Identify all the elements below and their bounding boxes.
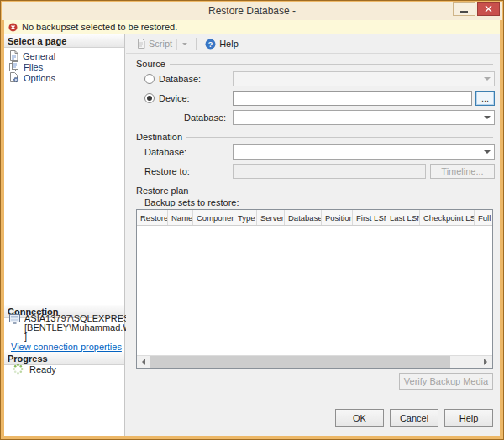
source-group-header: Source: [136, 58, 493, 69]
window-controls: [453, 2, 500, 16]
destination-database-combobox-arrow[interactable]: [480, 145, 494, 159]
scrollbar-thumb[interactable]: [150, 356, 450, 368]
timeline-button[interactable]: Timeline...: [430, 164, 495, 179]
message-bar-text: No backupset selected to be restored.: [22, 22, 177, 32]
message-bar: No backupset selected to be restored.: [4, 20, 500, 34]
column-header-type[interactable]: Type: [234, 210, 257, 225]
script-split-divider: [176, 39, 177, 50]
source-device-radio-row: Device:: [144, 91, 190, 106]
backup-sets-grid: Restore Name Component Type Server Datab…: [136, 209, 493, 369]
verify-backup-media-label: Verify Backup Media: [404, 376, 488, 386]
script-dropdown-caret[interactable]: [182, 43, 187, 45]
scrollbar-track[interactable]: [150, 356, 479, 368]
titlebar[interactable]: Restore Database -: [2, 2, 502, 20]
help-button[interactable]: Help: [444, 409, 493, 427]
destination-group-line: [186, 137, 493, 138]
backup-sets-grid-body: [137, 226, 492, 355]
select-a-page-header: Select a page: [4, 34, 124, 48]
device-database-combobox[interactable]: [233, 110, 495, 125]
server-icon: [9, 314, 21, 325]
device-database-combobox-arrow[interactable]: [480, 111, 494, 124]
destination-group-label: Destination: [136, 132, 182, 142]
restore-to-label-row: Restore to:: [144, 164, 190, 179]
column-header-position[interactable]: Position: [322, 210, 353, 225]
ok-button[interactable]: OK: [335, 409, 384, 427]
source-group-line: [170, 64, 493, 65]
source-database-radio[interactable]: [144, 74, 155, 84]
cancel-button-label: Cancel: [400, 413, 428, 423]
source-group-label: Source: [136, 59, 165, 69]
files-page-icon: [9, 61, 19, 72]
scroll-right-button[interactable]: [479, 356, 492, 368]
script-icon: [137, 39, 145, 49]
view-connection-properties-link[interactable]: View connection properties: [11, 342, 122, 352]
source-database-radio-label: Database:: [159, 74, 201, 84]
column-header-full-lsn[interactable]: Full LSN: [475, 210, 492, 225]
restore-to-textbox-wrap: [233, 164, 426, 179]
timeline-button-label: Timeline...: [441, 166, 483, 176]
column-header-name[interactable]: Name: [168, 210, 193, 225]
sidebar-item-general[interactable]: General: [9, 50, 55, 61]
restore-plan-group-label: Restore plan: [136, 186, 188, 196]
device-database-label: Database:: [184, 113, 226, 123]
help-toolbar-button[interactable]: ? Help: [201, 35, 243, 52]
toolbar: Script ? Help: [126, 34, 500, 54]
progress-spinner-icon: [13, 364, 24, 375]
column-header-last-lsn[interactable]: Last LSN: [386, 210, 420, 225]
destination-group-header: Destination: [136, 131, 493, 142]
svg-text:?: ?: [208, 39, 213, 48]
source-database-radio-row: Database:: [144, 71, 201, 86]
close-button[interactable]: [477, 2, 500, 16]
help-toolbar-label: Help: [219, 39, 239, 49]
sidebar-item-options-label: Options: [24, 73, 55, 83]
destination-database-label: Database:: [144, 147, 186, 157]
browse-device-button[interactable]: ...: [475, 91, 495, 106]
toolbar-separator: [196, 38, 197, 50]
destination-database-combobox[interactable]: [233, 144, 495, 160]
general-page-icon: [9, 50, 18, 61]
sidebar-item-options[interactable]: Options: [9, 72, 55, 83]
script-button-label: Script: [149, 39, 172, 49]
script-button[interactable]: Script: [133, 35, 192, 52]
options-page-icon: [9, 72, 19, 83]
sidebar-item-files-label: Files: [24, 62, 43, 72]
source-database-combobox-arrow[interactable]: [480, 72, 494, 86]
progress-status-row: Ready: [13, 364, 56, 375]
restore-database-dialog: Restore Database - No backupset selected…: [0, 0, 504, 440]
help-button-label: Help: [459, 413, 479, 423]
sidebar: Select a page General: [4, 34, 125, 436]
backup-sets-label: Backup sets to restore:: [144, 197, 239, 207]
main-panel: Script ? Help Source: [126, 34, 500, 436]
ok-button-label: OK: [353, 413, 366, 423]
restore-to-label: Restore to:: [144, 166, 190, 176]
column-header-server[interactable]: Server: [257, 210, 285, 225]
minimize-icon: [460, 11, 468, 13]
column-header-restore[interactable]: Restore: [137, 210, 168, 225]
grid-horizontal-scrollbar: [137, 355, 492, 368]
source-device-radio-label: Device:: [159, 93, 190, 103]
minimize-button[interactable]: [453, 2, 475, 16]
dialog-client-area: No backupset selected to be restored. Se…: [4, 20, 500, 436]
warning-icon: [8, 23, 18, 32]
window-title: Restore Database -: [208, 5, 296, 17]
restore-plan-group-line: [192, 191, 493, 191]
verify-backup-media-button[interactable]: Verify Backup Media: [399, 373, 493, 390]
column-header-checkpoint-lsn[interactable]: Checkpoint LSN: [420, 210, 475, 225]
scroll-left-button[interactable]: [137, 356, 150, 368]
column-header-first-lsn[interactable]: First LSN: [353, 210, 386, 225]
device-path-input[interactable]: [234, 92, 471, 105]
restore-to-input[interactable]: [234, 165, 425, 178]
device-database-label-row: Database:: [184, 110, 226, 125]
restore-plan-group-header: Restore plan: [136, 185, 493, 196]
progress-status-text: Ready: [29, 364, 56, 375]
sidebar-item-general-label: General: [23, 51, 55, 61]
source-device-radio[interactable]: [144, 93, 155, 103]
close-icon: [485, 5, 492, 13]
device-path-textbox-wrap: [233, 91, 472, 106]
destination-database-label-row: Database:: [144, 144, 186, 160]
sidebar-item-files[interactable]: Files: [9, 61, 43, 72]
column-header-component[interactable]: Component: [193, 210, 234, 225]
cancel-button[interactable]: Cancel: [390, 409, 438, 427]
column-header-database[interactable]: Database: [285, 210, 322, 225]
source-database-combobox[interactable]: [233, 71, 495, 86]
